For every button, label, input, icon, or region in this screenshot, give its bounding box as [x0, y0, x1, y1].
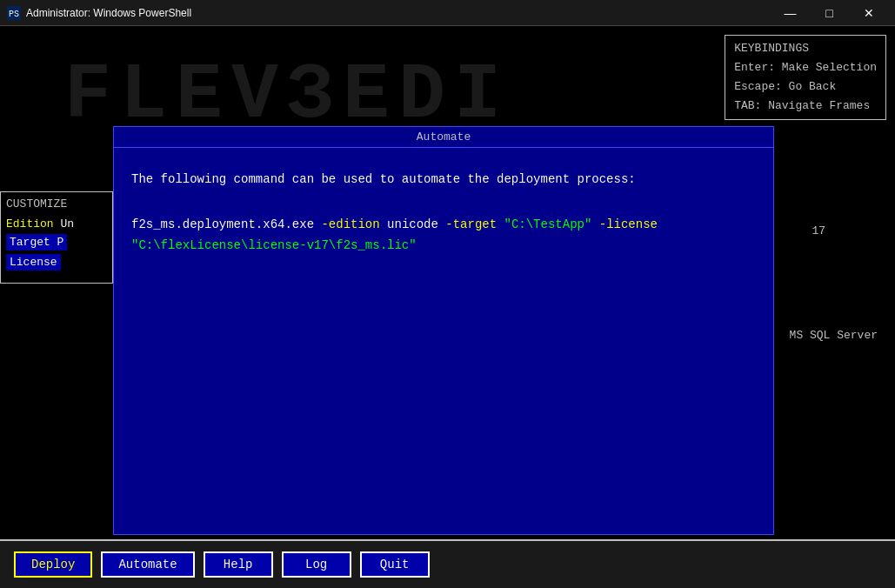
automate-modal-body: The following command can be used to aut… — [114, 148, 773, 277]
edition-label: Edition — [6, 217, 54, 231]
edition-value: Un — [60, 217, 74, 231]
customize-panel: CUSTOMIZE Edition Un Target P License — [0, 191, 113, 284]
target-label: Target P — [10, 236, 63, 249]
cmd-val-target: "C:\TestApp" — [504, 217, 592, 231]
cmd-flag-target: -target — [445, 217, 497, 231]
automate-intro: The following command can be used to aut… — [131, 169, 756, 190]
automate-modal-title: Automate — [114, 127, 773, 148]
powershell-icon: PS — [7, 6, 21, 20]
cmd-val-license: "C:\flexLicense\license-v17\f2s_ms.lic" — [131, 238, 417, 252]
version-value: 17 — [812, 224, 825, 237]
close-button[interactable]: ✕ — [849, 0, 888, 26]
log-button[interactable]: Log — [282, 551, 351, 578]
automate-button[interactable]: Automate — [101, 551, 194, 578]
cmd-val-unicode: unicode — [387, 217, 438, 231]
target-item[interactable]: Target P — [6, 234, 67, 251]
cmd-exe: f2s_ms.deployment.x64.exe — [131, 217, 314, 231]
deploy-button[interactable]: Deploy — [14, 551, 92, 578]
minimize-button[interactable]: — — [771, 0, 810, 26]
toolbar: Deploy Automate Help Log Quit — [0, 539, 895, 588]
license-label: License — [10, 256, 57, 269]
maximize-button[interactable]: □ — [810, 0, 849, 26]
titlebar: PS Administrator: Windows PowerShell — □… — [0, 0, 895, 26]
keybinding-tab: TAB: Navigate Frames — [734, 97, 877, 116]
edition-item[interactable]: Edition Un — [6, 217, 107, 231]
keybindings-panel: KEYBINDINGS Enter: Make Selection Escape… — [725, 35, 886, 120]
svg-text:PS: PS — [9, 10, 19, 19]
cmd-flag-edition: -edition — [321, 217, 379, 231]
customize-title: CUSTOMIZE — [6, 197, 107, 210]
help-button[interactable]: Help — [204, 551, 273, 578]
keybindings-title: KEYBINDINGS — [734, 39, 877, 58]
keybinding-escape: Escape: Go Back — [734, 77, 877, 97]
db-value: MS SQL Server — [790, 329, 878, 342]
main-content: FLEVЗEDI KEYBINDINGS Enter: Make Selecti… — [0, 26, 895, 588]
window-title: Administrator: Windows PowerShell — [26, 7, 771, 19]
quit-button[interactable]: Quit — [360, 551, 430, 578]
license-item[interactable]: License — [6, 254, 61, 271]
window-controls: — □ ✕ — [771, 0, 888, 26]
automate-modal: Automate The following command can be us… — [113, 126, 774, 535]
cmd-flag-license: -license — [599, 217, 658, 231]
keybinding-enter: Enter: Make Selection — [734, 58, 877, 77]
automate-command: f2s_ms.deployment.x64.exe -edition unico… — [131, 215, 756, 257]
